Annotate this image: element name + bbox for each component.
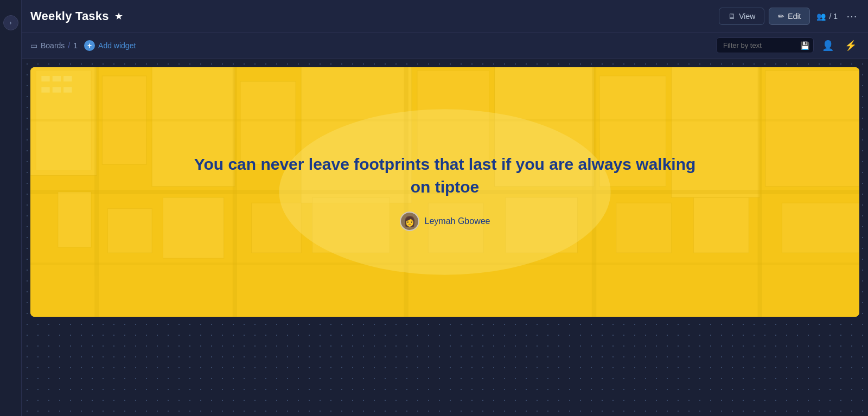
svg-rect-33 [41, 87, 49, 92]
quote-widget: You can never leave footprints that last… [30, 67, 859, 317]
app-header: Weekly Tasks ★ 🖥 View ✏ Edit 👥 / 1 ⋯ [22, 0, 868, 33]
user-filter-button[interactable]: 👤 [819, 37, 837, 54]
svg-rect-34 [53, 87, 61, 92]
add-icon: + [84, 40, 95, 51]
board-icon: ▭ [30, 41, 37, 50]
save-filter-icon[interactable]: 💾 [800, 41, 809, 50]
members-icon: 👥 [816, 12, 826, 21]
author-avatar-image: 👩 [404, 215, 416, 227]
sidebar-toggle-button[interactable]: › [3, 15, 18, 30]
svg-rect-28 [782, 203, 859, 253]
main-content: Weekly Tasks ★ 🖥 View ✏ Edit 👥 / 1 ⋯ ▭ B… [22, 0, 868, 416]
breadcrumb-separator: / [68, 41, 70, 50]
svg-rect-32 [63, 76, 72, 81]
members-badge: 👥 / 1 [816, 12, 838, 21]
svg-rect-31 [53, 76, 61, 81]
filter-icon: ⚡ [845, 40, 857, 52]
toolbar-right-section: 💾 👤 ⚡ [716, 37, 859, 54]
quote-author: 👩 Leymah Gbowee [190, 212, 700, 231]
edit-icon: ✏ [778, 12, 784, 21]
svg-rect-20 [108, 209, 152, 253]
filter-button[interactable]: ⚡ [842, 37, 859, 54]
edit-button[interactable]: ✏ Edit [769, 8, 810, 25]
monitor-icon: 🖥 [728, 12, 736, 21]
add-widget-button[interactable]: + Add widget [84, 40, 136, 51]
sidebar-toggle-panel: › [0, 0, 22, 416]
author-name: Leymah Gbowee [425, 216, 490, 226]
filter-input[interactable] [716, 37, 814, 53]
filter-container: 💾 [716, 37, 814, 53]
page-title: Weekly Tasks [30, 9, 109, 23]
chevron-right-icon: › [10, 19, 12, 27]
breadcrumb: ▭ Boards / 1 [30, 41, 78, 50]
svg-rect-10 [765, 71, 859, 187]
header-right-section: 👥 / 1 ⋯ [816, 8, 859, 25]
svg-rect-30 [41, 76, 49, 81]
svg-rect-19 [58, 192, 91, 247]
view-button[interactable]: 🖥 View [719, 8, 764, 25]
breadcrumb-number: 1 [73, 41, 78, 50]
more-options-button[interactable]: ⋯ [844, 8, 859, 25]
favorite-star-icon[interactable]: ★ [114, 10, 123, 22]
avatar: 👩 [400, 212, 419, 231]
toolbar: ▭ Boards / 1 + Add widget 💾 👤 ⚡ [22, 33, 868, 59]
quote-text: You can never leave footprints that last… [190, 153, 700, 199]
header-title-section: Weekly Tasks ★ [30, 9, 712, 23]
header-view-actions: 🖥 View ✏ Edit [719, 8, 810, 25]
quote-content: You can never leave footprints that last… [146, 131, 743, 253]
breadcrumb-boards-label[interactable]: Boards [41, 41, 65, 50]
canvas-area: You can never leave footprints that last… [22, 59, 868, 416]
person-icon: 👤 [822, 40, 834, 52]
svg-rect-35 [63, 87, 72, 92]
